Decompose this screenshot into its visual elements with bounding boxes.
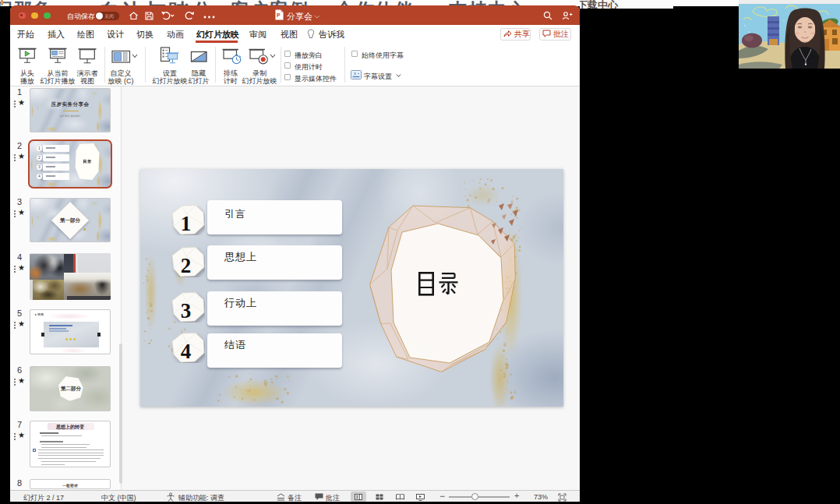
svg-text:P: P	[277, 12, 281, 18]
